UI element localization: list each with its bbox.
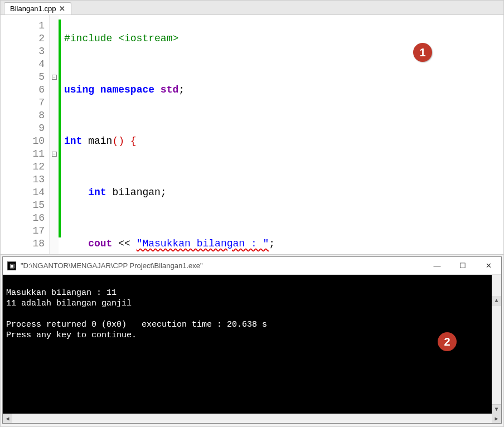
close-button[interactable]: ✕	[476, 257, 501, 275]
code-area[interactable]: #include <iostream> using namespace std;…	[61, 15, 503, 254]
scroll-left-icon[interactable]: ◀	[3, 414, 12, 423]
annotation-badge-1: 1	[413, 43, 432, 62]
minimize-button[interactable]: —	[424, 257, 450, 275]
fold-toggle-icon[interactable]: −	[52, 152, 57, 157]
tab-bar: Bilangan1.cpp ✕	[1, 1, 503, 15]
console-titlebar[interactable]: ▣ "D:\NGANTOR\MENGAJAR\CPP Project\Bilan…	[3, 257, 501, 275]
editor-pane: 1 2 3 4 5 6 7 8 9 10 11 12 13 14 15 16 1…	[1, 15, 503, 255]
tab-bilangan1[interactable]: Bilangan1.cpp ✕	[4, 2, 71, 14]
console-window: ▣ "D:\NGANTOR\MENGAJAR\CPP Project\Bilan…	[2, 256, 502, 424]
fold-toggle-icon[interactable]: −	[52, 75, 57, 80]
maximize-button[interactable]: ☐	[450, 257, 476, 275]
line-number-gutter: 1 2 3 4 5 6 7 8 9 10 11 12 13 14 15 16 1…	[1, 15, 50, 254]
fold-column: − −	[50, 15, 59, 254]
console-output[interactable]: Masukkan bilangan : 11 11 adalah bilanga…	[3, 275, 501, 414]
annotation-badge-2: 2	[438, 332, 457, 351]
scroll-down-icon[interactable]: ▼	[492, 404, 501, 414]
close-icon[interactable]: ✕	[59, 4, 65, 13]
scrollbar-horizontal[interactable]: ◀ ▶	[3, 414, 501, 423]
scrollbar-vertical[interactable]: ▲ ▼	[492, 275, 501, 414]
app-icon: ▣	[7, 261, 16, 270]
scroll-right-icon[interactable]: ▶	[492, 414, 501, 423]
tab-label: Bilangan1.cpp	[10, 4, 56, 13]
scroll-up-icon[interactable]: ▲	[492, 296, 501, 305]
console-title: "D:\NGANTOR\MENGAJAR\CPP Project\Bilanga…	[21, 261, 203, 270]
